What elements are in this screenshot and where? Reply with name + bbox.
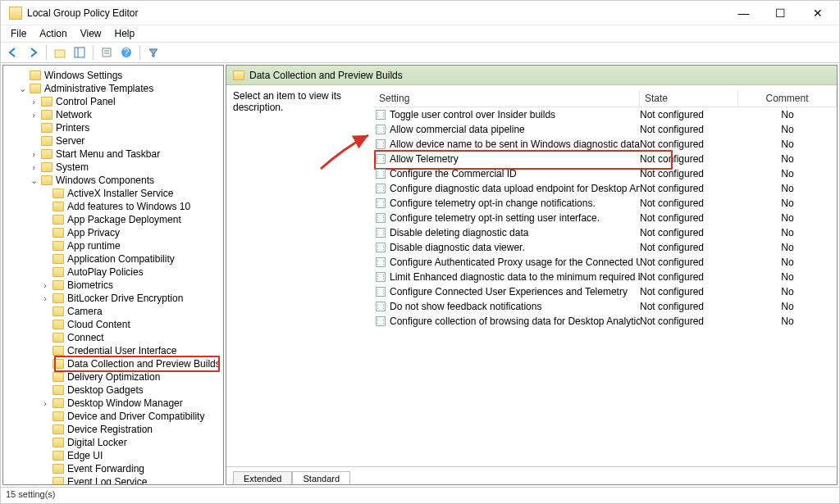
expander-icon[interactable]: › bbox=[39, 397, 51, 410]
tree-item-label: Network bbox=[56, 108, 92, 121]
tree-item[interactable]: ⌄Administrative Templates bbox=[5, 82, 221, 95]
tree-item[interactable]: Printers bbox=[5, 121, 221, 134]
help-button[interactable]: ? bbox=[117, 43, 135, 61]
tree-item[interactable]: ›BitLocker Drive Encryption bbox=[5, 292, 221, 305]
tab-standard[interactable]: Standard bbox=[292, 471, 350, 485]
tree-item[interactable]: ›Biometrics bbox=[5, 279, 221, 292]
expander-icon[interactable]: › bbox=[39, 292, 51, 305]
expander-icon[interactable]: › bbox=[39, 279, 51, 292]
policy-icon: ⋮⋮ bbox=[376, 287, 386, 297]
folder-icon bbox=[41, 149, 52, 159]
col-setting[interactable]: Setting bbox=[374, 90, 640, 107]
setting-state: Not configured bbox=[640, 153, 738, 165]
tree-item[interactable]: ›Start Menu and Taskbar bbox=[5, 148, 221, 161]
titlebar: Local Group Policy Editor — ☐ ✕ bbox=[1, 1, 839, 25]
tree-item[interactable]: Delivery Optimization bbox=[5, 370, 221, 384]
tree-item[interactable]: ›Network bbox=[5, 108, 221, 121]
folder-icon bbox=[52, 228, 64, 238]
tree-item[interactable]: Event Log Service bbox=[5, 475, 221, 485]
tree-item[interactable]: ›Control Panel bbox=[5, 95, 221, 108]
menu-view[interactable]: View bbox=[74, 26, 108, 41]
setting-name: Limit Enhanced diagnostic data to the mi… bbox=[390, 271, 640, 283]
tree-item[interactable]: Connect bbox=[5, 331, 221, 344]
setting-row[interactable]: ⋮⋮Allow device name to be sent in Window… bbox=[374, 137, 837, 152]
tree-item[interactable]: Desktop Gadgets bbox=[5, 384, 221, 397]
col-comment[interactable]: Comment bbox=[738, 90, 837, 107]
tree-item[interactable]: Event Forwarding bbox=[5, 462, 221, 475]
expander-icon[interactable]: ⌄ bbox=[16, 82, 28, 95]
tree-item[interactable]: ›System bbox=[5, 161, 221, 174]
menu-help[interactable]: Help bbox=[108, 26, 142, 41]
expander-icon[interactable]: ⌄ bbox=[28, 174, 39, 187]
tree-item[interactable]: Cloud Content bbox=[5, 318, 221, 331]
setting-row[interactable]: ⋮⋮Toggle user control over Insider build… bbox=[374, 107, 837, 122]
setting-row[interactable]: ⋮⋮Configure the Commercial IDNot configu… bbox=[374, 166, 837, 181]
export-button[interactable] bbox=[98, 43, 116, 61]
tree-item[interactable]: Server bbox=[5, 134, 221, 148]
setting-row[interactable]: ⋮⋮Disable diagnostic data viewer.Not con… bbox=[374, 240, 837, 255]
tree-item-label: System bbox=[56, 161, 89, 174]
tree-item-label: Server bbox=[56, 134, 84, 148]
setting-row[interactable]: ⋮⋮Do not show feedback notificationsNot … bbox=[374, 299, 837, 314]
minimize-button[interactable]: — bbox=[725, 1, 762, 25]
tree-item[interactable]: Add features to Windows 10 bbox=[5, 200, 221, 213]
tree-item[interactable]: ›Desktop Window Manager bbox=[5, 397, 221, 410]
up-button[interactable] bbox=[51, 43, 69, 61]
maximize-button[interactable]: ☐ bbox=[762, 1, 799, 25]
detail-tabs: Extended Standard bbox=[226, 466, 837, 484]
show-hide-tree-button[interactable] bbox=[71, 43, 89, 61]
setting-row[interactable]: ⋮⋮Limit Enhanced diagnostic data to the … bbox=[374, 270, 837, 284]
setting-name: Configure telemetry opt-in setting user … bbox=[390, 212, 600, 224]
expander-icon[interactable]: › bbox=[28, 148, 39, 161]
tree-item-label: Event Forwarding bbox=[67, 462, 144, 475]
menu-action[interactable]: Action bbox=[33, 26, 73, 41]
forward-button[interactable] bbox=[24, 43, 42, 61]
details-header-title: Data Collection and Preview Builds bbox=[249, 70, 403, 81]
expander-icon[interactable]: › bbox=[28, 95, 39, 108]
setting-state: Not configured bbox=[640, 168, 738, 179]
svg-rect-0 bbox=[55, 50, 65, 57]
tree-item[interactable]: ⌄Windows Components bbox=[5, 174, 221, 187]
back-button[interactable] bbox=[4, 43, 22, 61]
menu-file[interactable]: File bbox=[4, 26, 33, 41]
setting-row[interactable]: ⋮⋮Disable deleting diagnostic dataNot co… bbox=[374, 225, 837, 240]
folder-icon bbox=[52, 359, 64, 369]
setting-row[interactable]: ⋮⋮Configure collection of browsing data … bbox=[374, 314, 837, 329]
tree-item[interactable]: App runtime bbox=[5, 239, 221, 252]
tree-item[interactable]: AutoPlay Policies bbox=[5, 266, 221, 279]
tree-item[interactable]: Camera bbox=[5, 305, 221, 318]
setting-row[interactable]: ⋮⋮Configure diagnostic data upload endpo… bbox=[374, 181, 837, 196]
folder-icon bbox=[41, 175, 52, 185]
tree-item-label: Delivery Optimization bbox=[67, 370, 160, 384]
folder-icon bbox=[52, 320, 64, 329]
tree-item[interactable]: Device and Driver Compatibility bbox=[5, 410, 221, 423]
setting-row[interactable]: ⋮⋮Configure telemetry opt-in change noti… bbox=[374, 196, 837, 211]
tree-item[interactable]: Device Registration bbox=[5, 423, 221, 436]
setting-row[interactable]: ⋮⋮Allow TelemetryNot configuredNo bbox=[374, 152, 837, 166]
tree-item[interactable]: Windows Settings bbox=[5, 69, 221, 82]
tree-panel[interactable]: Windows Settings⌄Administrative Template… bbox=[2, 65, 224, 485]
tree-item[interactable]: App Package Deployment bbox=[5, 213, 221, 226]
folder-icon bbox=[52, 385, 64, 395]
list-rows[interactable]: ⋮⋮Toggle user control over Insider build… bbox=[374, 107, 837, 329]
folder-icon bbox=[52, 254, 64, 264]
tree-item[interactable]: App Privacy bbox=[5, 226, 221, 239]
details-panel: Data Collection and Preview Builds Selec… bbox=[226, 65, 838, 485]
tree-item[interactable]: Data Collection and Preview Builds bbox=[5, 357, 221, 370]
svg-text:?: ? bbox=[124, 47, 130, 58]
tree-item[interactable]: Edge UI bbox=[5, 449, 221, 462]
setting-row[interactable]: ⋮⋮Configure telemetry opt-in setting use… bbox=[374, 211, 837, 225]
tree-item[interactable]: Application Compatibility bbox=[5, 252, 221, 266]
setting-row[interactable]: ⋮⋮Configure Connected User Experiences a… bbox=[374, 284, 837, 299]
filter-button[interactable] bbox=[144, 43, 162, 61]
tab-extended[interactable]: Extended bbox=[233, 471, 292, 485]
tree-item[interactable]: ActiveX Installer Service bbox=[5, 187, 221, 200]
tree-item[interactable]: Credential User Interface bbox=[5, 344, 221, 357]
expander-icon[interactable]: › bbox=[28, 161, 39, 174]
setting-row[interactable]: ⋮⋮Configure Authenticated Proxy usage fo… bbox=[374, 255, 837, 270]
expander-icon[interactable]: › bbox=[28, 108, 39, 121]
setting-row[interactable]: ⋮⋮Allow commercial data pipelineNot conf… bbox=[374, 122, 837, 137]
close-button[interactable]: ✕ bbox=[799, 1, 836, 25]
col-state[interactable]: State bbox=[640, 90, 738, 107]
tree-item[interactable]: Digital Locker bbox=[5, 436, 221, 449]
